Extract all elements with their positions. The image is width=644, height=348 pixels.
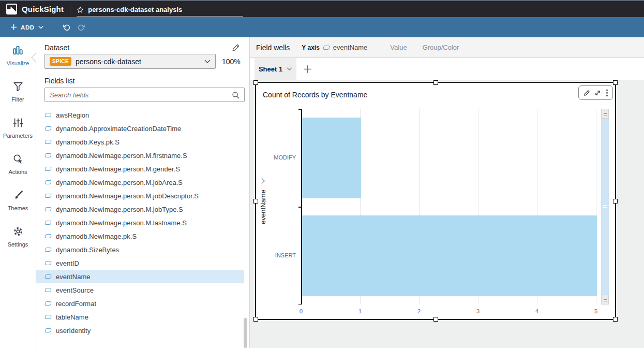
panel-scrollbar-thumb[interactable] <box>244 318 247 348</box>
field-name: tableName <box>56 313 88 321</box>
chart-plot: eventName 012345MODIFYINSERT <box>256 83 615 319</box>
redo-button[interactable] <box>74 21 88 33</box>
field-item[interactable]: dynamodb.ApproximateCreationDateTime <box>36 122 244 135</box>
resize-handle-middle-right[interactable] <box>613 199 618 204</box>
x-axis-tick-label: 0 <box>291 308 311 314</box>
y-axis-well[interactable]: Y axis eventName <box>302 44 367 51</box>
plus-icon <box>10 24 17 31</box>
field-item[interactable]: awsRegion <box>36 108 244 122</box>
chevron-down-icon <box>204 60 211 64</box>
x-axis-tick-label: 3 <box>468 308 488 314</box>
bar-chart-icon <box>12 45 24 57</box>
favorite-star-icon[interactable] <box>77 6 84 13</box>
field-item[interactable]: eventID <box>36 256 244 270</box>
resize-handle-top-right[interactable] <box>613 80 618 85</box>
nav-settings[interactable]: Settings <box>0 226 36 251</box>
axis-range-slider <box>601 109 609 304</box>
undo-button[interactable] <box>59 21 74 33</box>
funnel-icon <box>12 81 24 94</box>
top-bar: QuickSight persons-cdk-dataset analysis <box>0 0 644 17</box>
bar-chart-visual[interactable]: Count of Records by Eventname <box>255 82 616 320</box>
paintbrush-icon <box>12 190 24 202</box>
search-icon <box>232 91 239 99</box>
analysis-title-field: persons-cdk-dataset analysis <box>77 4 243 17</box>
search-input[interactable] <box>50 91 232 99</box>
field-item[interactable]: eventSource <box>36 283 244 297</box>
field-item[interactable]: dynamodb.NewImage.person.M.gender.S <box>36 162 244 176</box>
field-name: dynamodb.NewImage.person.M.gender.S <box>56 165 180 173</box>
y-axis-tick <box>298 207 301 208</box>
range-slider-middle-grip[interactable] <box>603 205 607 208</box>
nav-themes[interactable]: Themes <box>0 190 36 214</box>
field-name: dynamodb.Keys.pk.S <box>56 138 119 146</box>
field-name: awsRegion <box>56 111 89 119</box>
fields-search-box <box>44 88 245 102</box>
field-item[interactable]: dynamodb.NewImage.pk.S <box>36 229 244 243</box>
sheet-canvas: Count of Records by Eventname <box>250 80 644 348</box>
analysis-title[interactable]: persons-cdk-dataset analysis <box>88 6 182 13</box>
resize-handle-top-middle[interactable] <box>433 80 438 85</box>
sliders-icon <box>12 117 24 130</box>
main-content: Field wells Y axis eventName Value Group… <box>250 37 644 348</box>
resize-handle-middle-left[interactable] <box>253 199 258 204</box>
nav-filter[interactable]: Filter <box>0 81 36 106</box>
field-wells-label[interactable]: Field wells <box>256 44 290 52</box>
resize-handle-bottom-right[interactable] <box>613 317 618 322</box>
field-item[interactable]: dynamodb.NewImage.person.M.jobType.S <box>36 202 244 216</box>
string-field-icon <box>44 261 52 265</box>
field-item[interactable]: dynamodb.NewImage.person.M.lastname.S <box>36 216 244 229</box>
dataset-select[interactable]: SPICE persons-cdk-dataset <box>44 54 216 69</box>
nav-parameters[interactable]: Parameters <box>0 117 36 142</box>
string-field-icon <box>44 167 52 171</box>
string-field-icon <box>44 221 52 225</box>
field-item[interactable]: recordFormat <box>36 297 244 310</box>
y-axis-title[interactable]: eventName <box>259 168 267 246</box>
nav-actions[interactable]: Actions <box>0 153 36 178</box>
range-slider-bottom-handle[interactable] <box>601 295 609 304</box>
value-well[interactable]: Value <box>390 44 407 51</box>
add-sheet-button[interactable] <box>303 58 312 80</box>
resize-handle-bottom-left[interactable] <box>253 317 258 322</box>
sheet-tab-bar: Sheet 1 <box>250 58 644 80</box>
field-name: dynamodb.NewImage.person.M.firstname.S <box>56 152 187 160</box>
bar-insert[interactable] <box>302 215 597 296</box>
edit-dataset-button[interactable] <box>232 44 240 52</box>
field-item[interactable]: dynamodb.NewImage.person.M.jobDescriptor… <box>36 189 244 202</box>
dataset-name: persons-cdk-dataset <box>76 57 204 66</box>
edit-toolbar: ADD <box>0 17 644 37</box>
string-field-icon <box>44 301 52 306</box>
quicksight-logo-icon <box>6 4 17 15</box>
field-item[interactable]: dynamodb.SizeBytes <box>36 243 244 256</box>
topbar-divider <box>70 5 70 13</box>
category-label[interactable]: MODIFY <box>256 154 296 161</box>
x-axis-tick-label: 2 <box>409 308 429 314</box>
field-item[interactable]: userIdentity <box>36 324 244 337</box>
resize-handle-top-left[interactable] <box>253 80 258 85</box>
resize-handle-bottom-middle[interactable] <box>433 317 438 322</box>
nav-visualize[interactable]: Visualize <box>0 45 36 69</box>
range-slider-top-handle[interactable] <box>601 109 609 119</box>
field-name: userIdentity <box>56 327 91 335</box>
bar-modify[interactable] <box>302 118 361 198</box>
left-nav-rail: Visualize Filter Parameters Actions <box>0 37 36 348</box>
field-item[interactable]: dynamodb.Keys.pk.S <box>36 135 244 149</box>
field-item[interactable]: tableName <box>36 310 244 324</box>
toolbar-divider <box>53 22 53 33</box>
string-field-icon <box>44 207 52 211</box>
add-button[interactable]: ADD <box>5 21 49 34</box>
brand-name: QuickSight <box>22 5 64 13</box>
string-field-icon <box>44 274 52 279</box>
field-name: dynamodb.NewImage.person.M.jobType.S <box>56 206 183 213</box>
y-axis-tick <box>298 304 301 305</box>
group-color-well[interactable]: Group/Color <box>423 44 459 51</box>
category-label[interactable]: INSERT <box>256 252 296 258</box>
tab-sheet-1[interactable]: Sheet 1 <box>254 58 296 80</box>
chevron-down-icon <box>287 67 292 71</box>
field-item[interactable]: dynamodb.NewImage.person.M.jobArea.S <box>36 176 244 189</box>
field-name: dynamodb.NewImage.pk.S <box>56 233 137 240</box>
y-axis-tick <box>298 109 301 110</box>
spice-capacity: 100% <box>222 57 241 66</box>
field-item[interactable]: eventName <box>36 270 244 283</box>
field-item[interactable]: dynamodb.NewImage.person.M.firstname.S <box>36 149 244 162</box>
string-field-icon <box>44 126 52 130</box>
